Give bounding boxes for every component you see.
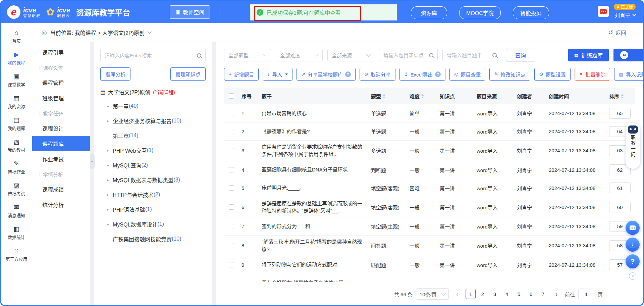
chevron-down-icon[interactable]	[147, 30, 152, 34]
sort-order-input[interactable]	[609, 108, 631, 119]
sidebar-item-my-textbooks[interactable]: ▧我的教材	[1, 135, 32, 157]
sidebar-item-classroom-teaching[interactable]: ▣课堂教学	[1, 69, 32, 91]
tree-node[interactable]: ▸第一章(40)	[100, 99, 206, 113]
excel-export-button[interactable]: ↥Excel导出?	[399, 68, 445, 81]
user-menu[interactable]: 刘肖宁	[614, 11, 636, 19]
tree-node[interactable]: ▸HTTP与会话技术(2)	[100, 187, 206, 202]
help-button[interactable]: ?	[626, 254, 640, 268]
sort-order-input[interactable]	[609, 202, 631, 212]
close-floating-button[interactable]: ✕	[629, 272, 636, 280]
goto-page-input[interactable]	[578, 289, 594, 299]
sidebar-item-third-party-apps[interactable]: ∷第三方应用	[1, 244, 32, 266]
created-time: 2024-07-12 13:34:08	[546, 240, 606, 251]
tree-search-input[interactable]	[105, 53, 197, 58]
import-records-button[interactable]: ▤导入记录	[614, 68, 644, 81]
search-icon[interactable]	[197, 53, 201, 58]
menu-item[interactable]: 课程管理	[32, 75, 90, 90]
page-number-3[interactable]: 3	[490, 289, 500, 299]
add-question-button[interactable]: +新增题目	[224, 68, 259, 81]
menu-item[interactable]: 统计分析	[32, 197, 90, 212]
query-button[interactable]: 查询	[506, 49, 535, 61]
row-checkbox[interactable]	[229, 224, 234, 229]
filter-difficulty[interactable]: 全部难度	[276, 49, 323, 61]
page-number-5[interactable]: 5	[514, 289, 524, 299]
tree-node[interactable]: ▸PHP Web交互(1)	[100, 143, 206, 158]
knowledge-search-input[interactable]	[383, 52, 426, 58]
page-number-4[interactable]: 4	[502, 289, 512, 299]
row-checkbox[interactable]	[229, 243, 234, 248]
cancel-share-button[interactable]: ⊘取消分享	[360, 68, 395, 81]
teacher-space-button[interactable]: ▣ 教师空间	[170, 5, 210, 19]
back-link[interactable]: ↺返回	[608, 29, 626, 37]
filter-source[interactable]: 全部来源	[327, 49, 374, 61]
batch-delete-button[interactable]: ✕批量删除	[575, 68, 610, 81]
sidebar-item-pending-homework[interactable]: ✎待批作业	[1, 157, 32, 178]
sidebar-item-messages[interactable]: ✉消息通知	[1, 200, 32, 222]
row-checkbox[interactable]	[229, 204, 234, 210]
training-bank-button[interactable]: ▦训练题库	[568, 49, 609, 61]
sidebar-item-data-statistics[interactable]: ◧数据统计	[1, 222, 32, 244]
collapse-menu-handle[interactable]: «	[90, 154, 95, 169]
menu-item[interactable]: 作业考试	[32, 151, 90, 167]
help-icon[interactable]: ?	[345, 71, 351, 77]
page-number-6[interactable]: 6	[526, 289, 536, 299]
row-checkbox[interactable]	[229, 129, 234, 134]
bank-analysis-button[interactable]: 题库分析	[100, 67, 130, 81]
search-icon[interactable]	[429, 53, 433, 57]
sort-icon[interactable]	[383, 94, 385, 98]
duplicate-check-button[interactable]: ◎题目查重	[449, 68, 485, 81]
menu-item[interactable]: 班级管理	[32, 90, 90, 106]
share-to-school-button[interactable]: ↗分享至学校题库?	[297, 68, 356, 81]
customer-service-button[interactable]	[626, 221, 640, 235]
page-number-1[interactable]: 1	[466, 289, 476, 299]
help-icon[interactable]: ?	[435, 71, 441, 77]
filter-question-type[interactable]: 全部题型	[224, 49, 271, 61]
sidebar-item-pending-exams[interactable]: ▨待批考试	[1, 178, 32, 200]
header-nav-pill[interactable]: 智能投屏	[513, 6, 549, 19]
page-number-2[interactable]: 2	[478, 289, 488, 299]
prev-page-button[interactable]: ‹	[452, 289, 462, 299]
sidebar-item-my-courses[interactable]: ▶我的课程	[1, 48, 32, 69]
edit-knowledge-button[interactable]: ✎修改知识点	[489, 68, 530, 81]
sort-icon[interactable]	[421, 94, 424, 98]
toast-message: 已成功保存1题,可在题库中查看	[267, 8, 341, 16]
tree-node[interactable]: ▸MySQL数据库设计(1)	[100, 217, 206, 232]
menu-item[interactable]: 课程成绩	[32, 182, 90, 197]
tree-node[interactable]: ▸MySQL查询(2)	[100, 158, 206, 172]
ai-button[interactable]: AI	[613, 49, 644, 61]
sort-icon[interactable]	[621, 94, 624, 98]
menu-item[interactable]: 课程题库	[32, 136, 90, 151]
download-button[interactable]: ↓	[626, 238, 640, 252]
tree-node[interactable]: 广铁集团接触网技能竞赛(10)	[100, 232, 206, 246]
row-checkbox[interactable]	[229, 167, 234, 172]
stem-search-input[interactable]	[447, 52, 490, 58]
next-page-button[interactable]: ›	[551, 289, 561, 299]
sidebar-item-my-resources[interactable]: ▦我的资源	[1, 91, 32, 113]
search-icon[interactable]	[492, 53, 497, 57]
tree-node[interactable]: ▸企业经济业务核算与报告(10)	[100, 113, 206, 128]
page-number-7[interactable]: 7	[538, 289, 548, 299]
header-nav-pill[interactable]: MOOC学院	[459, 6, 501, 19]
row-checkbox[interactable]	[229, 262, 234, 267]
row-checkbox[interactable]	[229, 185, 234, 191]
zhijiao-assistant-widget[interactable]: 职教一问	[626, 122, 640, 169]
current-course-tag: (当前课程)	[153, 89, 175, 95]
menu-item[interactable]: 课程设计	[32, 120, 90, 136]
tree-node[interactable]: ▸MySQL数据表与数据类型(3)	[100, 172, 206, 187]
tree-node[interactable]: 第三章(14)	[100, 128, 206, 143]
tree-node[interactable]: ▸PHP语法基础(1)	[100, 202, 206, 217]
sidebar-item-home[interactable]: ⌂首页	[1, 26, 32, 48]
message-app-icon[interactable]	[598, 6, 609, 17]
page-size-select[interactable]: 10条/页	[416, 288, 449, 300]
header-nav-pill[interactable]: 资源库	[411, 6, 447, 19]
tree-root-course[interactable]: ▤ 大学语文(2P)原创 (当前课程)	[100, 88, 206, 96]
select-all-checkbox[interactable]	[229, 93, 234, 99]
import-button[interactable]: ↓导入	[263, 68, 292, 81]
sort-order-input[interactable]	[609, 183, 631, 193]
question-type-settings-button[interactable]: ⚙题型设置	[534, 68, 571, 81]
menu-item[interactable]: 课程引导	[32, 45, 90, 60]
row-checkbox[interactable]	[229, 148, 234, 153]
row-checkbox[interactable]	[229, 111, 234, 116]
sidebar-item-my-question-bank[interactable]: ▤我的题库	[1, 113, 32, 135]
manage-knowledge-button[interactable]: 管理知识点	[170, 67, 206, 81]
